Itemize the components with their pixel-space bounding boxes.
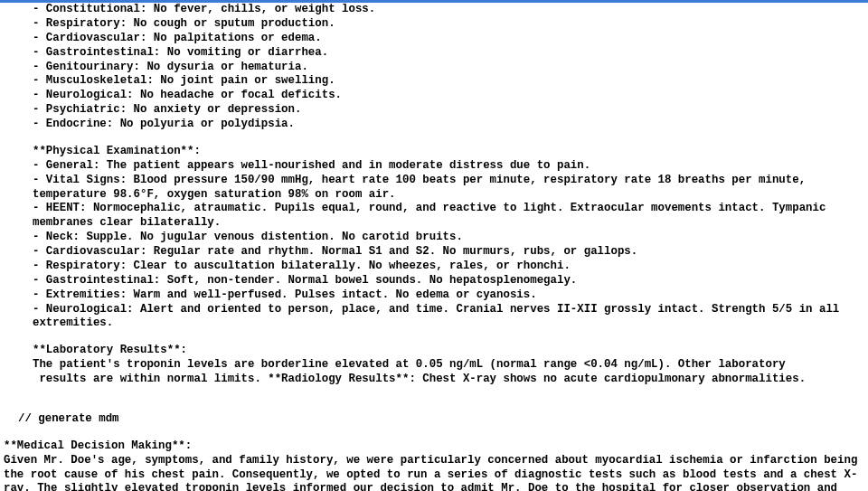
ros-constitutional: - Constitutional: No fever, chills, or w… (4, 3, 864, 17)
mdm-body: Given Mr. Doe's age, symptoms, and famil… (4, 454, 864, 491)
ros-respiratory: - Respiratory: No cough or sputum produc… (4, 17, 864, 32)
pe-heading: **Physical Examination**: (4, 145, 864, 159)
ros-neurological: - Neurological: No headache or focal def… (4, 89, 864, 103)
pe-extremities: - Extremities: Warm and well-perfused. P… (4, 288, 864, 303)
pe-neck: - Neck: Supple. No jugular venous disten… (4, 231, 864, 245)
pe-general: - General: The patient appears well-nour… (4, 159, 864, 174)
labs-line-2: results are within normal limits. **Radi… (4, 373, 864, 387)
ros-endocrine: - Endocrine: No polyuria or polydipsia. (4, 118, 864, 132)
code-comment: // generate mdm (4, 412, 864, 427)
pe-neurological: - Neurological: Alert and oriented to pe… (4, 303, 864, 332)
mdm-heading: **Medical Decision Making**: (4, 439, 864, 454)
document-body: - Constitutional: No fever, chills, or w… (0, 3, 868, 491)
ros-musculoskeletal: - Musculoskeletal: No joint pain or swel… (4, 74, 864, 89)
spacer (4, 132, 864, 145)
labs-heading: **Laboratory Results**: (4, 344, 864, 358)
ros-psychiatric: - Psychiatric: No anxiety or depression. (4, 103, 864, 118)
pe-gastrointestinal: - Gastrointestinal: Soft, non-tender. No… (4, 274, 864, 288)
spacer (4, 331, 864, 344)
pe-respiratory: - Respiratory: Clear to auscultation bil… (4, 260, 864, 274)
pe-vital-signs: - Vital Signs: Blood pressure 150/90 mmH… (4, 174, 864, 203)
spacer (4, 427, 864, 439)
spacer (4, 387, 864, 400)
pe-cardiovascular: - Cardiovascular: Regular rate and rhyth… (4, 245, 864, 260)
ros-genitourinary: - Genitourinary: No dysuria or hematuria… (4, 61, 864, 75)
ros-cardiovascular: - Cardiovascular: No palpitations or ede… (4, 32, 864, 46)
ros-gastrointestinal: - Gastrointestinal: No vomiting or diarr… (4, 46, 864, 61)
spacer (4, 400, 864, 412)
pe-heent: - HEENT: Normocephalic, atraumatic. Pupi… (4, 202, 864, 231)
labs-line-1: The patient's troponin levels are border… (4, 358, 864, 373)
